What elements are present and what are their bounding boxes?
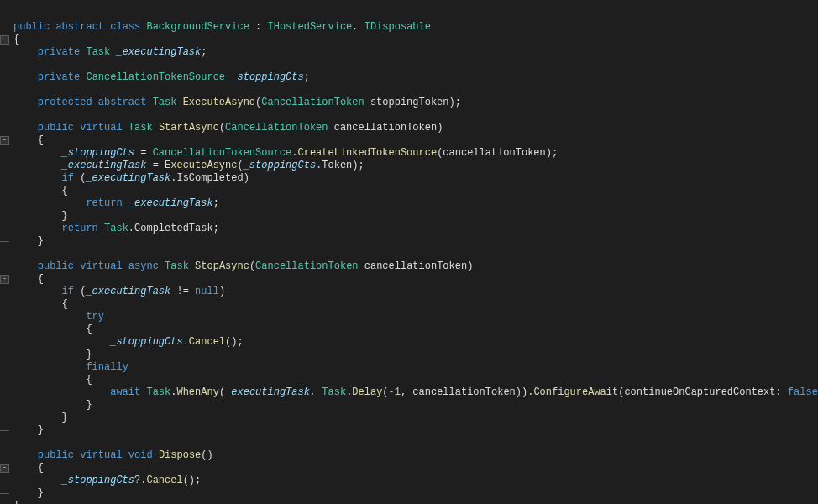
field: _stoppingCts [231,71,303,83]
keyword: public [13,21,50,33]
code-editor[interactable]: { "code": { "t": { "public": "public", "… [0,13,818,504]
method: CreateLinkedTokenSource [297,147,437,159]
method: Cancel [189,336,225,348]
class-name: BackgroundService [146,21,249,33]
field: _stoppingCts [110,336,182,348]
field: _executingTask [116,46,201,58]
field: _stoppingCts [62,147,134,159]
number: -1 [389,386,401,398]
method: WhenAny [176,386,218,398]
type: CancellationTokenSource [153,147,292,159]
method: ExecuteAsync [183,97,255,108]
property: CompletedTask [134,223,213,234]
type: CancellationToken [225,122,328,134]
fold-end-icon [0,241,9,242]
type: Task [104,223,128,234]
method: StopAsync [195,260,249,272]
field: _executingTask [86,172,170,184]
keyword: false [788,386,818,398]
method: Cancel [146,475,182,486]
property: Token [322,160,352,171]
keyword: try [86,311,104,323]
keyword: public [38,122,74,134]
method: StartAsync [159,122,219,134]
type: Task [146,386,170,398]
keyword: null [195,286,219,297]
parameter: cancellationToken [364,260,467,272]
type: Task [128,122,153,134]
parameter: cancellationToken [334,122,437,134]
keyword: return [62,223,98,234]
parameter: stoppingToken [370,97,449,108]
interface: IDisposable [364,21,431,33]
keyword: void [128,449,153,461]
keyword: virtual [80,449,122,461]
field: _stoppingCts [244,160,316,171]
fold-end-icon [0,493,9,494]
keyword: public [38,449,74,461]
keyword: if [62,172,74,184]
parameter: continueOnCapturedContext [624,386,775,398]
keyword: await [110,386,140,398]
keyword: async [128,260,159,272]
field: _executingTask [86,286,170,297]
keyword: virtual [80,122,122,134]
keyword: private [38,71,80,83]
keyword: abstract [55,21,104,33]
property: IsCompleted [176,172,243,184]
keyword: class [110,21,140,33]
method: Dispose [159,449,201,461]
interface: IHostedService [267,21,352,33]
fold-icon[interactable]: - [0,136,9,145]
type: Task [86,46,110,58]
method: ExecuteAsync [165,160,237,171]
keyword: private [38,46,80,58]
fold-icon[interactable]: - [0,35,9,45]
fold-end-icon [0,430,9,431]
field: _executingTask [225,386,310,398]
keyword: virtual [80,260,122,272]
code-content[interactable]: public abstract class BackgroundService … [13,21,818,504]
fold-gutter: - - - - [0,23,13,136]
parameter: cancellationToken [443,147,545,159]
fold-icon[interactable]: - [0,275,9,284]
keyword: if [62,286,74,297]
type: CancellationTokenSource [86,71,225,83]
keyword: public [38,260,74,272]
keyword: protected [38,97,92,108]
method: ConfigureAwait [533,386,618,398]
type: Task [322,386,346,398]
field: _executingTask [128,197,213,209]
field: _executingTask [62,160,147,171]
keyword: return [86,197,122,209]
keyword: abstract [98,97,147,108]
type: Task [153,97,177,108]
keyword: finally [86,361,128,373]
fold-icon[interactable]: - [0,464,9,473]
type: Task [165,260,189,272]
method: Delay [352,386,382,398]
type: CancellationToken [261,97,364,108]
parameter: cancellationToken [412,386,515,398]
field: _stoppingCts [62,475,134,486]
type: CancellationToken [255,260,358,272]
